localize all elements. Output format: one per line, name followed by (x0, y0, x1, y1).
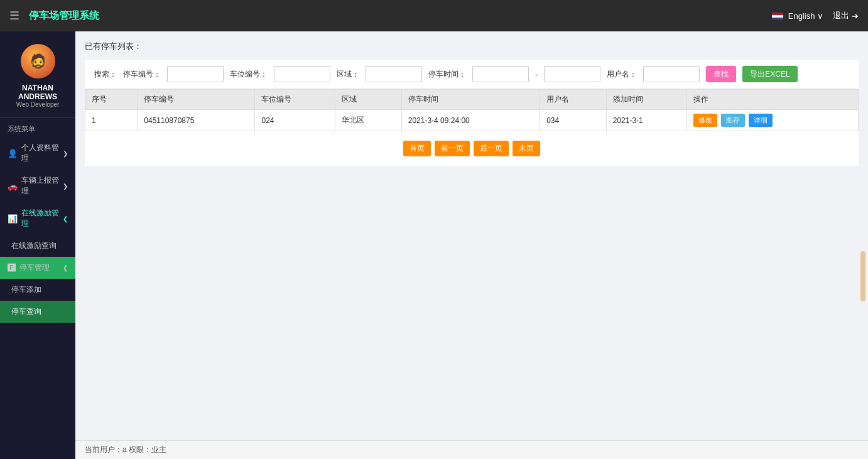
sidebar-label-parking-add: 停车添加 (11, 284, 41, 295)
person-icon: 👤 (8, 149, 18, 158)
search-bar: 搜索： 停车编号： 车位编号： 区域： 停车时间： - 用户名： 查找 导出EX… (85, 60, 859, 89)
area-label: 区域： (337, 69, 359, 80)
search-label: 搜索： (94, 69, 117, 80)
cell-park-time: 2021-3-4 09:24:00 (401, 110, 540, 131)
current-user-label: 当前用户：a 权限：业主 (85, 445, 166, 454)
table-row: 1 045110870875 024 华北区 2021-3-4 09:24:00… (85, 110, 859, 131)
export-excel-button[interactable]: 导出EXCEL (742, 66, 797, 82)
chart-icon: 📊 (8, 214, 18, 224)
car-icon: 🚗 (8, 181, 18, 191)
sidebar-item-personal[interactable]: 👤 个人资料管理 ❯ (0, 137, 75, 170)
cell-actions: 修改 图存 详细 (686, 110, 858, 131)
logout-icon: ➜ (852, 11, 859, 21)
area-input[interactable] (366, 66, 422, 82)
sidebar-user: 🧔 NATHAN ANDREWS Web Developer (0, 31, 75, 118)
right-scrollbar[interactable] (860, 251, 865, 301)
chevron-vehicle: ❯ (63, 183, 68, 190)
sidebar-item-online-query[interactable]: 在线激励查询 (0, 235, 75, 257)
col-space: 车位编号 (255, 90, 335, 110)
header-right: English ∨ 退出 ➜ (772, 10, 859, 21)
top-header: ☰ 停车场管理系统 English ∨ 退出 ➜ (0, 0, 868, 31)
col-actions: 操作 (686, 90, 858, 110)
sidebar-item-vehicle[interactable]: 🚗 车辆上报管理 ❯ (0, 170, 75, 202)
space-input[interactable] (274, 66, 330, 82)
sidebar-label-parking-mgmt: 停车管理 (19, 262, 50, 273)
col-seq: 序号 (85, 90, 138, 110)
chevron-parking: ❮ (63, 264, 68, 271)
sidebar-label-parking-query: 停车查询 (11, 306, 41, 317)
user-input[interactable] (643, 66, 700, 82)
pagination: 首页 前一页 后一页 末页 (85, 131, 859, 166)
chevron-personal: ❯ (63, 150, 68, 157)
sidebar-label-online-monitor: 在线激励管理 (21, 208, 59, 229)
sidebar-item-parking-add[interactable]: 停车添加 (0, 279, 75, 301)
user-subtitle: Web Developer (16, 101, 60, 108)
content-inner: 已有停车列表： 搜索： 停车编号： 车位编号： 区域： 停车时间： - 用户名：… (75, 31, 868, 440)
parking-table: 序号 停车编号 车位编号 区域 停车时间 用户名 添加时间 操作 1 04511… (85, 89, 859, 131)
sidebar-item-online-monitor[interactable]: 📊 在线激励管理 ❮ (0, 202, 75, 235)
user-name: NATHAN ANDREWS (6, 84, 69, 101)
system-menu-title: 系统菜单 (0, 118, 75, 137)
lang-label: English (788, 11, 815, 21)
sidebar-item-parking-mgmt[interactable]: 🅿 停车管理 ❮ (0, 257, 75, 279)
avatar: 🧔 (21, 44, 55, 78)
plate-input[interactable] (167, 66, 224, 82)
cell-space: 024 (255, 110, 335, 131)
plate-label: 停车编号： (123, 69, 161, 80)
user-label: 用户名： (607, 69, 637, 80)
parking-icon: 🅿 (8, 263, 16, 273)
cell-plate: 045110870875 (138, 110, 255, 131)
time-separator: - (535, 70, 538, 79)
col-add-time: 添加时间 (606, 90, 686, 110)
time-label: 停车时间： (428, 69, 466, 80)
table-container: 序号 停车编号 车位编号 区域 停车时间 用户名 添加时间 操作 1 04511… (85, 89, 859, 131)
menu-icon[interactable]: ☰ (9, 9, 19, 23)
sidebar-item-parking-query[interactable]: 停车查询 (0, 301, 75, 323)
time-end-input[interactable] (544, 66, 600, 82)
bottom-bar: 当前用户：a 权限：业主 (75, 440, 868, 459)
time-start-input[interactable] (472, 66, 529, 82)
btn-first-page[interactable]: 首页 (403, 141, 431, 156)
flag-icon (772, 13, 783, 20)
app-title: 停车场管理系统 (29, 9, 99, 23)
btn-last-page[interactable]: 末页 (513, 141, 540, 156)
cell-add-time: 2021-3-1 (606, 110, 686, 131)
col-plate: 停车编号 (138, 90, 255, 110)
btn-prev-page[interactable]: 前一页 (435, 141, 470, 156)
sidebar: 🧔 NATHAN ANDREWS Web Developer 系统菜单 👤 个人… (0, 31, 75, 459)
sidebar-label-online-query: 在线激励查询 (11, 240, 57, 251)
table-header-row: 序号 停车编号 车位编号 区域 停车时间 用户名 添加时间 操作 (85, 90, 859, 110)
btn-next-page[interactable]: 后一页 (474, 141, 509, 156)
btn-modify[interactable]: 修改 (693, 114, 717, 127)
search-button[interactable]: 查找 (706, 66, 736, 82)
logout-label: 退出 (833, 10, 849, 21)
page-title: 已有停车列表： (85, 41, 859, 52)
cell-seq: 1 (85, 110, 138, 131)
language-selector[interactable]: English ∨ (772, 11, 823, 21)
btn-detail[interactable]: 详细 (749, 114, 773, 127)
cell-username: 034 (540, 110, 607, 131)
cell-area: 华北区 (335, 110, 402, 131)
col-area: 区域 (335, 90, 402, 110)
chevron-online-monitor: ❮ (63, 215, 68, 222)
col-park-time: 停车时间 (401, 90, 540, 110)
sidebar-label-vehicle: 车辆上报管理 (21, 175, 59, 197)
space-label: 车位编号： (230, 69, 268, 80)
lang-arrow: ∨ (817, 11, 823, 21)
logout-button[interactable]: 退出 ➜ (833, 10, 859, 21)
btn-delete[interactable]: 图存 (721, 114, 745, 127)
col-username: 用户名 (540, 90, 607, 110)
avatar-image: 🧔 (21, 44, 55, 78)
content-area: 已有停车列表： 搜索： 停车编号： 车位编号： 区域： 停车时间： - 用户名：… (75, 31, 868, 459)
sidebar-label-personal: 个人资料管理 (21, 143, 59, 164)
main-layout: 🧔 NATHAN ANDREWS Web Developer 系统菜单 👤 个人… (0, 31, 868, 459)
